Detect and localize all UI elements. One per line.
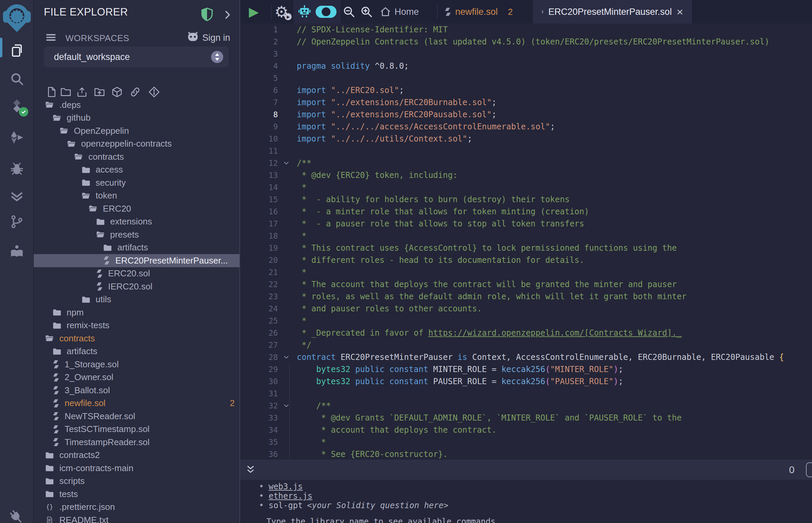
tree-folder-artifacts[interactable]: artifacts xyxy=(34,345,240,358)
tree-folder-contracts2[interactable]: contracts2 xyxy=(34,449,240,462)
tree-file-1-storage-sol[interactable]: 1_Storage.sol xyxy=(34,358,240,371)
new-file-icon[interactable] xyxy=(46,86,57,98)
editor-line-31[interactable]: 31 xyxy=(240,387,812,400)
editor-line-25[interactable]: 25 * xyxy=(240,315,812,327)
tree-file-testsctimestamp-sol[interactable]: TestSCTimestamp.sol xyxy=(34,423,240,436)
tree-folder-utils[interactable]: utils xyxy=(34,293,240,306)
zoom-out-button[interactable] xyxy=(342,0,355,23)
tree-folder-presets[interactable]: presets xyxy=(34,228,240,241)
workspace-select[interactable]: default_workspace xyxy=(44,47,229,67)
tree-folder--deps[interactable]: .deps xyxy=(34,98,240,111)
deploy-run-icon[interactable] xyxy=(0,129,34,146)
tree-file-newfile-sol[interactable]: newfile.sol2 xyxy=(34,397,240,410)
editor-line-36[interactable]: 36 * See {ERC20-constructor}. xyxy=(240,448,812,459)
tree-folder-security[interactable]: security xyxy=(34,176,240,190)
tree-folder-artifacts[interactable]: artifacts xyxy=(34,241,240,254)
file-explorer-icon[interactable] xyxy=(0,42,34,59)
editor-line-16[interactable]: 16 * - a minter role that allows for tok… xyxy=(240,205,812,218)
tab-newfile[interactable]: newfile.sol 2 xyxy=(444,0,513,23)
tree-folder-scripts[interactable]: scripts xyxy=(34,475,240,488)
tab-home[interactable]: Home xyxy=(380,0,419,23)
editor-line-12[interactable]: 12/** xyxy=(240,157,812,169)
editor-line-8[interactable]: 8import "../extensions/ERC20Pausable.sol… xyxy=(240,109,812,121)
tree-folder-icm-contracts-main[interactable]: icm-contracts-main xyxy=(34,462,240,475)
editor-line-10[interactable]: 10import "../../../utils/Context.sol"; xyxy=(240,133,812,145)
library-link-ethers-js[interactable]: ethers.js xyxy=(268,491,312,501)
link-icon[interactable] xyxy=(129,86,141,98)
editor-line-20[interactable]: 20 * different roles - head to its docum… xyxy=(240,254,812,266)
editor-line-9[interactable]: 9import "../../../access/AccessControlEn… xyxy=(240,121,812,133)
tree-folder-erc20[interactable]: ERC20 xyxy=(34,202,240,215)
editor-line-27[interactable]: 27 */ xyxy=(240,339,812,351)
tree-folder-contracts[interactable]: contracts xyxy=(34,332,240,345)
fold-chevron-icon[interactable] xyxy=(278,351,295,363)
editor-line-34[interactable]: 34 * account that deploys the contract. xyxy=(240,424,812,436)
tree-file-erc20presetminterpauser-[interactable]: ERC20PresetMinterPauser... xyxy=(34,254,240,267)
tree-folder-github[interactable]: github xyxy=(34,111,240,125)
terminal-search-input[interactable] xyxy=(806,462,812,477)
editor-line-15[interactable]: 15 * - ability for holders to burn (dest… xyxy=(240,194,812,205)
editor-line-17[interactable]: 17 * - a pauser role that allows to stop… xyxy=(240,218,812,230)
tree-folder-access[interactable]: access xyxy=(34,163,240,177)
plugin-manager-icon[interactable] xyxy=(0,509,34,523)
editor-line-33[interactable]: 33 * @dev Grants `DEFAULT_ADMIN_ROLE`, `… xyxy=(240,412,812,424)
upload-folder-icon[interactable] xyxy=(94,86,105,98)
tree-folder-remix-tests[interactable]: remix-tests xyxy=(34,319,240,332)
editor-line-6[interactable]: 6import "../ERC20.sol"; xyxy=(240,84,812,96)
editor-line-19[interactable]: 19 * This contract uses {AccessControl} … xyxy=(240,242,812,254)
learneth-icon[interactable] xyxy=(0,243,34,259)
git-icon[interactable] xyxy=(0,214,34,230)
tree-file-timestampreader-sol[interactable]: TimestampReader.sol xyxy=(34,436,240,449)
editor-line-1[interactable]: 1// SPDX-License-Identifier: MIT xyxy=(240,23,812,36)
editor-line-4[interactable]: 4pragma solidity ^0.8.0; xyxy=(240,60,812,72)
tree-folder-openzeppelin[interactable]: OpenZeppelin xyxy=(34,124,240,138)
tree-folder-openzeppelin-contracts[interactable]: openzeppelin-contracts xyxy=(34,138,240,151)
tree-file-erc20-sol[interactable]: ERC20.sol xyxy=(34,267,240,281)
compile-run-button[interactable]: ⚙▶ xyxy=(275,0,288,23)
terminal-expand-icon[interactable] xyxy=(246,465,255,475)
tree-file-ierc20-sol[interactable]: IERC20.sol xyxy=(34,280,240,293)
ai-copilot-button[interactable] xyxy=(297,0,312,23)
new-folder-icon[interactable] xyxy=(60,86,71,98)
cube-icon[interactable] xyxy=(111,86,123,98)
debugger-icon[interactable] xyxy=(0,160,34,177)
tree-file-3-ballot-sol[interactable]: 3_Ballot.sol xyxy=(34,384,240,397)
library-link-web3-js[interactable]: web3.js xyxy=(268,482,302,491)
tree-folder-contracts[interactable]: contracts xyxy=(34,150,240,163)
editor-line-18[interactable]: 18 * xyxy=(240,230,812,242)
editor-line-23[interactable]: 23 * roles, as well as the default admin… xyxy=(240,290,812,303)
editor-line-32[interactable]: 32 /** xyxy=(240,400,812,412)
fold-chevron-icon[interactable] xyxy=(278,157,295,169)
editor-line-7[interactable]: 7import "../extensions/ERC20Burnable.sol… xyxy=(240,96,812,109)
editor-line-29[interactable]: 29 bytes32 public constant MINTER_ROLE =… xyxy=(240,363,812,375)
tree-file-2-owner-sol[interactable]: 2_Owner.sol xyxy=(34,371,240,384)
editor-line-24[interactable]: 24 * and pauser roles to other accounts. xyxy=(240,303,812,315)
tree-folder-token[interactable]: token xyxy=(34,190,240,202)
search-icon[interactable] xyxy=(0,71,34,87)
editor-line-28[interactable]: 28contract ERC20PresetMinterPauser is Co… xyxy=(240,351,812,363)
editor-line-11[interactable]: 11 xyxy=(240,145,812,157)
upload-file-icon[interactable] xyxy=(76,86,88,98)
editor-line-14[interactable]: 14 * xyxy=(240,181,812,194)
editor-line-26[interactable]: 26 * _Deprecated in favor of https://wiz… xyxy=(240,327,812,339)
editor-line-21[interactable]: 21 * xyxy=(240,266,812,278)
editor-line-22[interactable]: 22 * The account that deploys the contra… xyxy=(240,278,812,290)
editor-line-30[interactable]: 30 bytes32 public constant PAUSER_ROLE =… xyxy=(240,375,812,387)
workspaces-menu-icon[interactable] xyxy=(45,32,57,43)
editor-line-2[interactable]: 2// OpenZeppelin Contracts (last updated… xyxy=(240,36,812,48)
tree-file-readme-txt[interactable]: README.txt xyxy=(34,513,240,523)
git-clone-icon[interactable] xyxy=(148,86,160,98)
tab-erc20presetminterpauser[interactable]: ERC20PresetMinterPauser.sol × xyxy=(533,0,692,23)
editor-line-13[interactable]: 13 * @dev {ERC20} token, including: xyxy=(240,169,812,181)
editor-line-3[interactable]: 3 xyxy=(240,48,812,60)
run-script-button[interactable]: ▶ xyxy=(249,0,259,23)
tree-file--prettierrc-json[interactable]: .prettierrc.json xyxy=(34,501,240,514)
code-editor[interactable]: 1// SPDX-License-Identifier: MIT2// Open… xyxy=(240,23,812,459)
copilot-toggle[interactable] xyxy=(316,6,337,18)
solidity-compiler-icon[interactable] xyxy=(0,98,34,114)
tree-folder-extensions[interactable]: extensions xyxy=(34,215,240,229)
fold-chevron-icon[interactable] xyxy=(278,400,295,412)
zoom-in-button[interactable] xyxy=(360,0,373,23)
tree-folder-tests[interactable]: tests xyxy=(34,488,240,501)
sign-in-button[interactable]: Sign in xyxy=(202,33,230,43)
